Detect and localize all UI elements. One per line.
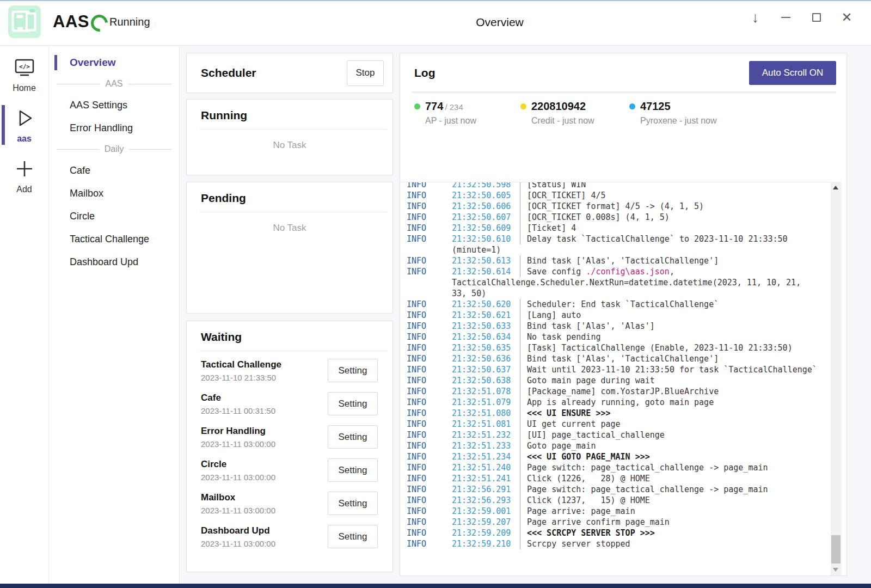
log-line: INFO21:32:50.634No task pending	[407, 332, 831, 342]
log-line: INFO21:32:50.614Save config ./config\aas…	[407, 266, 831, 277]
log-message: Scheduler: End task `TacticalChallenge`	[520, 299, 719, 310]
setting-button[interactable]: Setting	[328, 425, 378, 449]
log-level: INFO	[407, 353, 452, 364]
sidebar-item-error-handling[interactable]: Error Handling	[49, 117, 179, 139]
log-timestamp: 21:32:50.606	[452, 201, 520, 212]
log-timestamp: 21:32:50.636	[452, 353, 520, 364]
log-message: [Task] TacticalChallenge (Enable, 2023-1…	[520, 342, 793, 353]
log-message: Bind task ['Alas', 'TacticalChallenge']	[520, 353, 719, 364]
log-line: INFO21:32:50.605[OCR_TICKET] 4/5	[407, 190, 831, 201]
rail-item-aas[interactable]: aas	[0, 104, 48, 146]
sidebar-item-cafe[interactable]: Cafe	[49, 159, 179, 182]
log-line: INFO21:32:51.080<<< UI ENSURE >>>	[407, 408, 831, 419]
log-message: <<< UI GOTO PAGE_MAIN >>>	[520, 451, 650, 462]
log-timestamp: 21:32:51.233	[452, 440, 520, 451]
log-line: INFO21:32:51.079App is already running, …	[407, 397, 831, 408]
log-message: [OCR_TICKET] 4/5	[520, 190, 606, 201]
log-line: INFO21:32:50.598[Status] WIN	[407, 182, 831, 190]
setting-button[interactable]: Setting	[328, 525, 378, 548]
sidebar-item-aas-settings[interactable]: AAS Settings	[49, 94, 179, 117]
log-timestamp: 21:32:50.614	[452, 266, 520, 277]
log-message: Save config ./config\aas.json,	[520, 266, 674, 277]
scheduler-status-text: Running	[109, 16, 150, 28]
task-info: Tactical Challenge2023-11-10 21:33:50	[201, 359, 328, 382]
setting-button[interactable]: Setting	[328, 492, 378, 515]
auto-scroll-button[interactable]: Auto Scroll ON	[749, 61, 836, 85]
task-info: Dashboard Upd2023-11-11 03:00:00	[201, 525, 328, 548]
log-line: INFO21:32:51.234<<< UI GOTO PAGE_MAIN >>…	[407, 451, 831, 462]
running-spinner-icon	[88, 11, 112, 35]
stat-credit: 220810942Credit - just now	[520, 100, 629, 126]
log-level: INFO	[407, 375, 452, 386]
log-line: INFO21:32:50.607[OCR_TICKET 0.008s] (4, …	[407, 212, 831, 223]
maximize-icon[interactable]	[807, 8, 825, 27]
log-line: INFO21:32:50.637Wait until 2023-11-10 21…	[407, 364, 831, 375]
log-message: App is already running, goto main page	[520, 397, 714, 408]
log-level: INFO	[407, 462, 452, 473]
rail-item-home[interactable]: </>Home	[0, 54, 48, 95]
log-message: UI get current page	[520, 419, 621, 430]
task-next-run-time: 2023-11-11 03:00:00	[201, 439, 328, 449]
log-line: INFO21:32:59.001Page arrive: page_main	[407, 506, 831, 517]
close-icon[interactable]: ✕	[838, 8, 856, 27]
pending-empty-text: No Task	[187, 212, 392, 234]
stat-total: / 234	[445, 102, 463, 112]
titlebar: AAS Running Overview ↓ ✕	[0, 0, 871, 46]
sidebar-section-label: AAS	[106, 79, 123, 89]
sidebar-item-dashboard-upd[interactable]: Dashboard Upd	[49, 250, 179, 273]
log-line: INFO21:32:56.293Click (1237, 15) @ HOME	[407, 495, 831, 506]
waiting-task-row: Cafe2023-11-11 00:31:50Setting	[187, 387, 392, 420]
waiting-card: Waiting Tactical Challenge2023-11-10 21:…	[186, 321, 393, 572]
log-timestamp: 21:32:51.241	[452, 473, 520, 484]
minimize-icon[interactable]	[777, 8, 795, 27]
log-timestamp: 21:32:50.598	[452, 182, 520, 190]
running-empty-text: No Task	[187, 130, 392, 151]
scrollbar-thumb[interactable]	[831, 535, 841, 564]
running-title: Running	[201, 109, 378, 122]
scroll-up-icon[interactable]	[833, 186, 838, 189]
scroll-down-icon[interactable]	[833, 568, 838, 572]
sidebar-item-mailbox[interactable]: Mailbox	[49, 182, 179, 205]
window-top-border	[0, 0, 871, 1]
log-scrollbar[interactable]	[831, 182, 841, 575]
download-icon[interactable]: ↓	[746, 8, 764, 27]
task-name: Tactical Challenge	[201, 359, 328, 370]
log-message: (minute=1)	[452, 244, 501, 255]
log-line: INFO21:32:50.635[Task] TacticalChallenge…	[407, 342, 831, 353]
log-timestamp: 21:32:50.635	[452, 342, 520, 353]
setting-button[interactable]: Setting	[328, 359, 378, 382]
log-card: Log Auto Scroll ON 774/ 234AP - just now…	[400, 53, 847, 576]
log-line: INFO21:32:51.081UI get current page	[407, 419, 831, 430]
sidebar: OverviewAASAAS SettingsError HandlingDai…	[49, 46, 180, 584]
stat-pyroxene: 47125Pyroxene - just now	[629, 100, 749, 126]
log-level: INFO	[407, 430, 452, 440]
setting-button[interactable]: Setting	[328, 392, 378, 415]
log-terminal[interactable]: INFO21:32:50.598[Status] WININFO21:32:50…	[400, 182, 831, 575]
log-level: INFO	[407, 266, 452, 277]
sidebar-section-divider: AAS	[49, 74, 179, 94]
setting-button[interactable]: Setting	[328, 458, 378, 482]
log-level: INFO	[407, 440, 452, 451]
log-level: INFO	[407, 201, 452, 212]
log-message: Delay task `TacticalChallenge` to 2023-1…	[520, 234, 788, 244]
sidebar-item-tactical-challenge[interactable]: Tactical Challenge	[49, 228, 179, 250]
task-next-run-time: 2023-11-11 03:00:00	[201, 539, 328, 548]
waiting-task-row: Mailbox2023-11-11 03:00:00Setting	[187, 487, 392, 520]
log-message: No task pending	[520, 332, 600, 342]
stat-value: 774/ 234	[425, 100, 520, 113]
log-line: INFO21:32:51.232[UI] page_tactical_chall…	[407, 430, 831, 440]
log-message: Page switch: page_tactical_challenge -> …	[520, 484, 768, 495]
rail-item-add[interactable]: Add	[0, 155, 48, 197]
pending-card: Pending No Task	[186, 182, 393, 314]
log-level: INFO	[407, 484, 452, 495]
log-level: INFO	[407, 212, 452, 223]
task-name: Cafe	[201, 393, 328, 403]
log-message: Goto page_main	[520, 440, 596, 451]
log-line-continuation: 33, 50)	[407, 288, 831, 299]
stat-dot-icon	[414, 103, 420, 109]
log-message: [Ticket] 4	[520, 223, 576, 234]
stop-button[interactable]: Stop	[347, 60, 384, 86]
sidebar-item-overview[interactable]: Overview	[49, 51, 179, 74]
sidebar-item-circle[interactable]: Circle	[49, 205, 179, 228]
log-timestamp: 21:32:50.620	[452, 299, 520, 310]
